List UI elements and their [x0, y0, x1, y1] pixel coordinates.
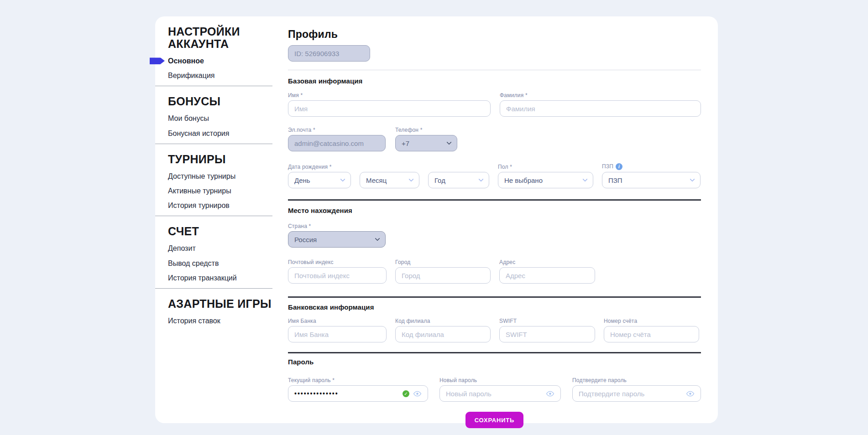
phone-label: Телефон * — [395, 127, 457, 133]
first-name-input[interactable] — [294, 105, 484, 113]
confirm-password-input[interactable] — [579, 390, 686, 398]
first-name-input-box[interactable] — [288, 100, 491, 117]
sidebar-item-bonusnaya-istoriya[interactable]: Бонусная история — [168, 129, 229, 138]
country-select[interactable]: Россия — [288, 231, 386, 248]
sidebar-section-tournaments: ТУРНИРЫ Доступные турниры Активные турни… — [168, 153, 288, 210]
email-input — [294, 140, 379, 147]
pzp-select[interactable]: ПЗП — [602, 172, 701, 188]
section-heading-basic-info: Базовая информация — [288, 77, 701, 85]
branch-code-input[interactable] — [402, 331, 484, 338]
city-input-box[interactable] — [395, 267, 491, 284]
swift-label: SWIFT — [499, 318, 595, 324]
birth-day-field: Дата рождения * День — [288, 164, 351, 188]
save-button[interactable]: СОХРАНИТЬ — [465, 412, 523, 428]
bank-name-input[interactable] — [294, 331, 380, 338]
section-divider — [288, 352, 701, 353]
bank-row: Имя Банка Код филиала SWIFT — [288, 318, 701, 342]
sidebar-section-title: НАСТРОЙКИ АККАУНТА — [168, 26, 275, 50]
phone-code-value: +7 — [402, 140, 447, 147]
account-number-field: Номер счёта — [604, 318, 699, 342]
new-password-field: Новый пароль — [439, 378, 561, 402]
sidebar-item-vyvod-sredstv[interactable]: Вывод средств — [168, 259, 219, 268]
birth-month-select[interactable]: Месяц — [360, 172, 419, 188]
branch-code-input-box[interactable] — [395, 326, 491, 342]
sidebar-item-moi-bonusy[interactable]: Мои бонусы — [168, 114, 209, 123]
current-password-input-box[interactable]: ✓ — [288, 385, 428, 402]
sidebar-item-label: Бонусная история — [168, 129, 229, 137]
birth-date-label: Дата рождения * — [288, 164, 351, 170]
first-name-field: Имя * — [288, 93, 491, 117]
profile-id-value — [294, 50, 364, 57]
sidebar-item-label: Основное — [168, 57, 204, 65]
sidebar-item-label: История ставок — [168, 317, 220, 325]
swift-input-box[interactable] — [499, 326, 595, 342]
confirm-password-input-box[interactable] — [572, 385, 701, 402]
page-background: НАСТРОЙКИ АККАУНТА Основное Верификация … — [0, 0, 868, 435]
sidebar-item-istoriya-turnirov[interactable]: История турниров — [168, 201, 230, 210]
birth-month-field: Месяц — [360, 172, 419, 188]
active-arrow-indicator — [150, 57, 165, 64]
address-input[interactable] — [506, 272, 589, 280]
birthdate-gender-row: Дата рождения * День Месяц Год — [288, 163, 701, 188]
first-name-label: Имя * — [288, 93, 491, 98]
sidebar-item-depozit[interactable]: Депозит — [168, 244, 196, 253]
address-label: Адрес — [499, 259, 595, 265]
postal-code-input[interactable] — [294, 272, 380, 280]
show-password-icon[interactable] — [686, 391, 695, 397]
new-password-label: Новый пароль — [439, 378, 561, 383]
email-field: Эл.почта * — [288, 127, 386, 151]
new-password-input[interactable] — [446, 390, 546, 398]
show-password-icon[interactable] — [413, 391, 422, 397]
bank-name-field: Имя Банка — [288, 318, 387, 342]
sidebar-section-gambling: АЗАРТНЫЕ ИГРЫ История ставок — [168, 298, 288, 325]
birth-day-select[interactable]: День — [288, 172, 351, 188]
postal-code-label: Почтовый индекс — [288, 259, 387, 265]
sidebar-item-dostupnye-turniry[interactable]: Доступные турниры — [168, 172, 235, 181]
sidebar-section-title: СЧЕТ — [168, 225, 275, 238]
last-name-input-box[interactable] — [500, 100, 701, 117]
pzp-label-text: ПЗП — [602, 164, 613, 170]
sidebar-divider — [155, 144, 272, 144]
sidebar-item-istoriya-stavok[interactable]: История ставок — [168, 316, 220, 325]
last-name-label: Фамилия * — [500, 93, 701, 98]
sidebar-item-label: История турниров — [168, 202, 230, 209]
section-divider — [288, 70, 701, 70]
account-number-input[interactable] — [610, 331, 693, 338]
pzp-label: ПЗП i — [602, 163, 701, 170]
bank-name-input-box[interactable] — [288, 326, 387, 342]
section-heading-bank-info: Банковская информация — [288, 303, 701, 311]
chevron-down-icon — [375, 236, 380, 241]
gender-field: Пол * Не выбрано — [498, 164, 593, 188]
phone-code-select[interactable]: +7 — [395, 135, 457, 151]
postal-code-input-box[interactable] — [288, 267, 387, 284]
gender-select[interactable]: Не выбрано — [498, 172, 593, 188]
sidebar-item-istoriya-tranzakcij[interactable]: История транзакций — [168, 274, 237, 282]
sidebar-section-account-settings: НАСТРОЙКИ АККАУНТА Основное Верификация — [168, 26, 288, 80]
last-name-input[interactable] — [506, 105, 695, 113]
address-field: Адрес — [499, 259, 595, 284]
sidebar-section-title: ТУРНИРЫ — [168, 153, 275, 166]
new-password-input-box[interactable] — [439, 385, 561, 402]
account-number-input-box[interactable] — [604, 326, 699, 342]
address-input-box[interactable] — [499, 267, 595, 284]
country-field: Страна * Россия — [288, 223, 386, 248]
chevron-down-icon — [408, 176, 413, 181]
current-password-input[interactable] — [294, 390, 403, 397]
birth-year-field: Год — [428, 172, 489, 188]
birth-year-select[interactable]: Год — [428, 172, 489, 188]
pzp-field: ПЗП i ПЗП — [602, 163, 701, 188]
swift-input[interactable] — [506, 331, 589, 338]
chevron-down-icon — [446, 140, 451, 145]
show-password-icon[interactable] — [546, 391, 554, 397]
section-divider — [288, 199, 701, 201]
sidebar-item-verifikaciya[interactable]: Верификация — [168, 71, 215, 80]
sidebar-item-label: Доступные турниры — [168, 172, 235, 180]
info-icon[interactable]: i — [616, 163, 622, 170]
sidebar-item-aktivnye-turniry[interactable]: Активные турниры — [168, 186, 231, 195]
bank-name-label: Имя Банка — [288, 318, 387, 324]
birth-month-value: Месяц — [366, 176, 409, 184]
sidebar-item-osnovnoe[interactable]: Основное — [168, 57, 204, 65]
city-input[interactable] — [402, 272, 484, 280]
sidebar-item-label: Депозит — [168, 244, 196, 252]
city-field: Город — [395, 259, 491, 284]
